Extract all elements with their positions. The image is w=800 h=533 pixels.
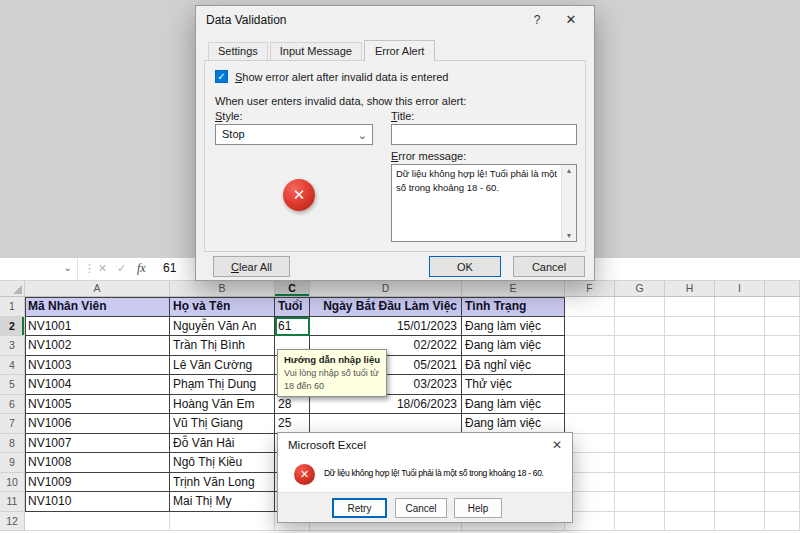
cell-B5[interactable]: Phạm Thị Dung (170, 375, 275, 395)
cell-D6[interactable]: 18/06/2023 (310, 395, 462, 415)
cell-D7[interactable] (310, 414, 462, 434)
close-icon[interactable]: ✕ (556, 12, 586, 27)
cell-H8[interactable] (665, 434, 715, 454)
column-header-E[interactable]: E (462, 281, 565, 296)
row-header-8[interactable]: 8 (0, 434, 25, 454)
cell-I3[interactable] (715, 336, 765, 356)
cell-B7[interactable]: Vũ Thị Giang (170, 414, 275, 434)
cell-A11[interactable]: NV1010 (25, 492, 170, 512)
cell-C6[interactable]: 28 (275, 395, 310, 415)
cell-H1[interactable] (665, 297, 715, 317)
tab-input-message[interactable]: Input Message (270, 42, 362, 60)
title-input[interactable] (391, 124, 577, 145)
row-header-9[interactable]: 9 (0, 453, 25, 473)
cell-D1[interactable]: Ngày Bắt Đầu Làm Việc (310, 297, 462, 317)
cell-B8[interactable]: Đỗ Văn Hải (170, 434, 275, 454)
row-header-6[interactable]: 6 (0, 395, 25, 415)
cell-G4[interactable] (615, 356, 665, 376)
cell-A1[interactable]: Mã Nhân Viên (25, 297, 170, 317)
cell-B2[interactable]: Nguyễn Văn An (170, 317, 275, 337)
dialog-titlebar[interactable]: Data Validation ? ✕ (196, 6, 594, 34)
cell-I1[interactable] (715, 297, 765, 317)
cancel-button[interactable]: Cancel (395, 498, 447, 518)
cell-I10[interactable] (715, 473, 765, 493)
cell-H5[interactable] (665, 375, 715, 395)
column-header-G[interactable]: G (615, 281, 665, 296)
cell-C1[interactable]: Tuổi (275, 297, 310, 317)
cell-F2[interactable] (565, 317, 615, 337)
cell-G7[interactable] (615, 414, 665, 434)
cell-E6[interactable]: Đang làm việc (462, 395, 565, 415)
row-header-4[interactable]: 4 (0, 356, 25, 376)
cell-I2[interactable] (715, 317, 765, 337)
cell-F3[interactable] (565, 336, 615, 356)
cell-H9[interactable] (665, 453, 715, 473)
scroll-up-icon[interactable]: ▲ (562, 167, 576, 174)
cell-G2[interactable] (615, 317, 665, 337)
clear-all-button[interactable]: Clear All (213, 256, 290, 277)
cell-G9[interactable] (615, 453, 665, 473)
cell-H2[interactable] (665, 317, 715, 337)
cell-H4[interactable] (665, 356, 715, 376)
cell-C7[interactable]: 25 (275, 414, 310, 434)
cell-A3[interactable]: NV1002 (25, 336, 170, 356)
retry-button[interactable]: Retry (332, 498, 387, 518)
scroll-down-icon[interactable]: ▼ (562, 232, 576, 239)
chevron-down-icon[interactable]: ⌄ (358, 126, 367, 145)
cell-B11[interactable]: Mai Thị My (170, 492, 275, 512)
tab-error-alert[interactable]: Error Alert (364, 40, 436, 61)
cell-B1[interactable]: Họ và Tên (170, 297, 275, 317)
cell-I11[interactable] (715, 492, 765, 512)
row-header-1[interactable]: 1 (0, 297, 25, 317)
show-error-alert-checkbox[interactable]: ✓ (215, 70, 228, 83)
cell-I6[interactable] (715, 395, 765, 415)
cell-B4[interactable]: Lê Văn Cường (170, 356, 275, 376)
ok-button[interactable]: OK (429, 256, 501, 277)
scrollbar[interactable]: ▲ ▼ (561, 165, 576, 241)
column-header-I[interactable]: I (715, 281, 765, 296)
cancel-button[interactable]: Cancel (513, 256, 585, 277)
name-box[interactable]: ⌄ (0, 258, 78, 280)
cell-G12[interactable] (615, 512, 665, 532)
cell-E4[interactable]: Đã nghỉ việc (462, 356, 565, 376)
cell-H11[interactable] (665, 492, 715, 512)
cell-B10[interactable]: Trịnh Văn Long (170, 473, 275, 493)
column-header-A[interactable]: A (25, 281, 170, 296)
row-header-12[interactable]: 12 (0, 512, 25, 532)
cell-G8[interactable] (615, 434, 665, 454)
chevron-down-icon[interactable]: ⌄ (64, 262, 72, 273)
cell-F6[interactable] (565, 395, 615, 415)
cell-H12[interactable] (665, 512, 715, 532)
cell-E3[interactable]: Đang làm việc (462, 336, 565, 356)
column-header-H[interactable]: H (665, 281, 715, 296)
cell-G3[interactable] (615, 336, 665, 356)
cell-A10[interactable]: NV1009 (25, 473, 170, 493)
enter-entry-icon[interactable]: ✓ (117, 262, 126, 275)
column-header-C[interactable]: C (275, 281, 310, 296)
cell-F7[interactable] (565, 414, 615, 434)
cell-F1[interactable] (565, 297, 615, 317)
cell-H7[interactable] (665, 414, 715, 434)
cell-I5[interactable] (715, 375, 765, 395)
column-header-B[interactable]: B (170, 281, 275, 296)
cell-B9[interactable]: Ngô Thị Kiều (170, 453, 275, 473)
cell-H10[interactable] (665, 473, 715, 493)
row-header-5[interactable]: 5 (0, 375, 25, 395)
help-button[interactable]: Help (454, 498, 502, 518)
cell-G10[interactable] (615, 473, 665, 493)
close-icon[interactable]: ✕ (552, 438, 562, 452)
cell-F4[interactable] (565, 356, 615, 376)
cell-I9[interactable] (715, 453, 765, 473)
help-icon[interactable]: ? (524, 13, 550, 27)
cell-A8[interactable]: NV1007 (25, 434, 170, 454)
cell-G1[interactable] (615, 297, 665, 317)
cell-A6[interactable]: NV1005 (25, 395, 170, 415)
cell-B12[interactable] (170, 512, 275, 532)
cell-G5[interactable] (615, 375, 665, 395)
cell-I7[interactable] (715, 414, 765, 434)
cell-E7[interactable]: Đang làm việc (462, 414, 565, 434)
cell-B3[interactable]: Trần Thị Bình (170, 336, 275, 356)
insert-function-icon[interactable]: fx (137, 261, 146, 276)
cell-I12[interactable] (715, 512, 765, 532)
cell-I8[interactable] (715, 434, 765, 454)
